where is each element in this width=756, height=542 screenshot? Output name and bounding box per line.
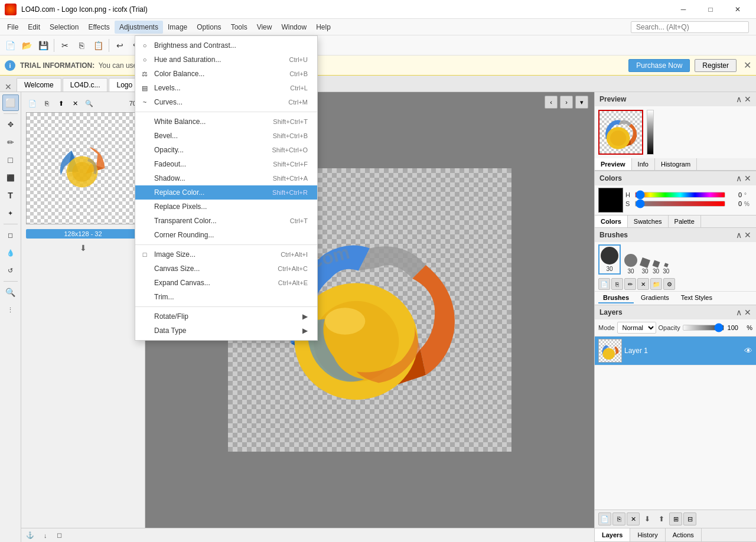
menu-rotate-flip[interactable]: Rotate/Flip ▶ — [135, 309, 317, 324]
menu-tools[interactable]: Tools — [226, 21, 252, 34]
layers-header[interactable]: Layers ∧ ✕ — [595, 305, 756, 319]
layer-1-visibility-icon[interactable]: 👁 — [744, 346, 752, 355]
sat-slider[interactable] — [635, 201, 725, 207]
layers-up-btn[interactable]: ⬆ — [655, 512, 668, 525]
brush-settings-btn[interactable]: ⚙ — [663, 278, 675, 290]
menu-opacity[interactable]: Opacity... Shift+Ctrl+O — [135, 143, 317, 157]
minimize-button[interactable]: ─ — [670, 0, 697, 19]
menu-fadeout[interactable]: Fadeout... Shift+Ctrl+F — [135, 157, 317, 171]
menu-selection[interactable]: Selection — [45, 21, 83, 34]
brushes-collapse-btn[interactable]: ∧ — [736, 230, 742, 240]
hue-slider[interactable] — [635, 192, 725, 198]
menu-levels[interactable]: ▤ Levels... Ctrl+L — [135, 81, 317, 95]
brush-import-btn[interactable]: 📁 — [650, 278, 662, 290]
smudge-tool-btn[interactable]: ↺ — [2, 262, 19, 279]
menu-trim[interactable]: Trim... — [135, 290, 317, 304]
menu-curves[interactable]: ~ Curves... Ctrl+M — [135, 95, 317, 109]
search-input[interactable] — [631, 21, 749, 33]
menu-data-type[interactable]: Data Type ▶ — [135, 324, 317, 338]
menu-hue-saturation[interactable]: ○ Hue and Saturation... Ctrl+U — [135, 53, 317, 67]
effect-tool-btn[interactable]: ✦ — [2, 205, 19, 221]
colors-tab-swatches[interactable]: Swatches — [628, 216, 669, 227]
thumb-scroll-down[interactable]: ⬇ — [80, 243, 87, 253]
thumb-zoom-btn[interactable]: 🔍 — [83, 97, 96, 110]
brush-item-3[interactable]: 30 — [641, 259, 649, 275]
brush-item-2[interactable]: 30 — [624, 254, 637, 275]
layers-btm-tab-history[interactable]: History — [630, 528, 665, 541]
menu-edit[interactable]: Edit — [23, 21, 45, 34]
color-swatch[interactable] — [598, 188, 623, 213]
preview-collapse-btn[interactable]: ∧ — [736, 94, 742, 104]
menu-color-balance[interactable]: ⚖ Color Balance... Ctrl+B — [135, 67, 317, 81]
menu-brightness-contrast[interactable]: ○ Brightness and Contrast... — [135, 38, 317, 53]
colors-collapse-btn[interactable]: ∧ — [736, 174, 742, 183]
layers-down-btn[interactable]: ⬇ — [641, 512, 654, 525]
menu-file[interactable]: File — [2, 21, 23, 34]
preview-tab-histogram[interactable]: Histogram — [655, 158, 697, 170]
brush-new-btn[interactable]: 📄 — [598, 278, 610, 290]
dropper-tool-btn[interactable]: 💧 — [2, 244, 19, 261]
undo-button[interactable]: ↩ — [112, 38, 128, 53]
menu-window[interactable]: Window — [276, 21, 311, 34]
layers-collapse-btn[interactable]: ∧ — [736, 308, 742, 317]
close-tab-icon[interactable]: ✕ — [2, 82, 14, 92]
tab-lo4d[interactable]: LO4D.c... — [63, 78, 108, 92]
brush-item-1[interactable]: 30 — [598, 244, 621, 275]
open-button[interactable]: 📂 — [19, 38, 34, 53]
layers-close-btn[interactable]: ✕ — [744, 308, 751, 317]
save-button[interactable]: 💾 — [35, 38, 51, 53]
preview-tab-info[interactable]: Info — [632, 158, 655, 170]
menu-effects[interactable]: Effects — [83, 21, 114, 34]
thumb-delete-btn[interactable]: ✕ — [69, 97, 82, 110]
menu-view[interactable]: View — [252, 21, 277, 34]
brush-copy-btn[interactable]: ⎘ — [611, 278, 623, 290]
brushes-btm-tab-gradients[interactable]: Gradients — [636, 293, 674, 303]
menu-options[interactable]: Options — [192, 21, 226, 34]
close-button[interactable]: ✕ — [724, 0, 751, 19]
layer-item-1[interactable]: Layer 1 👁 — [595, 337, 756, 365]
layers-merge-btn[interactable]: ⊞ — [669, 512, 682, 525]
maximize-button[interactable]: □ — [697, 0, 724, 19]
purchase-button[interactable]: Purchase Now — [628, 59, 690, 72]
brush-edit-btn[interactable]: ✏ — [624, 278, 636, 290]
menu-help[interactable]: Help — [311, 21, 335, 34]
brush-item-4[interactable]: 30 — [653, 261, 659, 275]
layers-btm-tab-actions[interactable]: Actions — [666, 528, 702, 541]
fill-tool-btn[interactable]: ⬛ — [2, 169, 19, 186]
extra-tools-btn[interactable]: ⋮ — [2, 302, 19, 318]
menu-bevel[interactable]: Bevel... Shift+Ctrl+B — [135, 129, 317, 143]
paste-button[interactable]: 📋 — [90, 38, 106, 53]
thumb-copy-btn[interactable]: ⎘ — [40, 97, 53, 110]
layers-btm-tab-layers[interactable]: Layers — [595, 528, 630, 541]
trial-close-button[interactable]: ✕ — [744, 60, 751, 71]
thumb-new-btn[interactable]: 📄 — [26, 97, 39, 110]
colors-tab-palette[interactable]: Palette — [669, 216, 701, 227]
copy-button[interactable]: ⎘ — [74, 38, 89, 53]
brushes-btm-tab-brushes[interactable]: Brushes — [598, 293, 634, 303]
menu-expand-canvas[interactable]: Expand Canvas... Ctrl+Alt+E — [135, 276, 317, 290]
shape-tool-btn[interactable]: □ — [2, 152, 19, 168]
layers-new-btn[interactable]: 📄 — [598, 512, 611, 525]
menu-image-size[interactable]: □ Image Size... Ctrl+Alt+I — [135, 247, 317, 262]
menu-canvas-size[interactable]: Canvas Size... Ctrl+Alt+C — [135, 262, 317, 276]
layers-copy-btn[interactable]: ⎘ — [612, 512, 625, 525]
menu-shadow[interactable]: Shadow... Shift+Ctrl+A — [135, 171, 317, 185]
menu-corner-rounding[interactable]: Corner Rounding... — [135, 228, 317, 242]
eraser-tool-btn[interactable]: ◻ — [2, 227, 19, 243]
brush-item-5[interactable]: 30 — [663, 263, 669, 275]
layers-delete-btn[interactable]: ✕ — [627, 512, 640, 525]
opacity-slider[interactable] — [683, 325, 724, 331]
text-tool-btn[interactable]: T — [2, 187, 19, 204]
new-button[interactable]: 📄 — [2, 38, 18, 53]
menu-replace-pixels[interactable]: Replace Pixels... — [135, 200, 317, 214]
colors-tab-colors[interactable]: Colors — [595, 216, 628, 227]
menu-adjustments[interactable]: Adjustments — [115, 21, 163, 34]
transform-tool-btn[interactable]: ✥ — [2, 116, 19, 133]
brush-delete-btn[interactable]: ✕ — [637, 278, 649, 290]
menu-replace-color[interactable]: Replace Color... Shift+Ctrl+R — [135, 185, 317, 200]
colors-header[interactable]: Colors ∧ ✕ — [595, 171, 756, 185]
brushes-btm-tab-textstyles[interactable]: Text Styles — [676, 293, 717, 303]
tab-welcome[interactable]: Welcome — [17, 78, 61, 92]
colors-close-btn[interactable]: ✕ — [744, 174, 751, 183]
pencil-tool-btn[interactable]: ✏ — [2, 134, 19, 151]
